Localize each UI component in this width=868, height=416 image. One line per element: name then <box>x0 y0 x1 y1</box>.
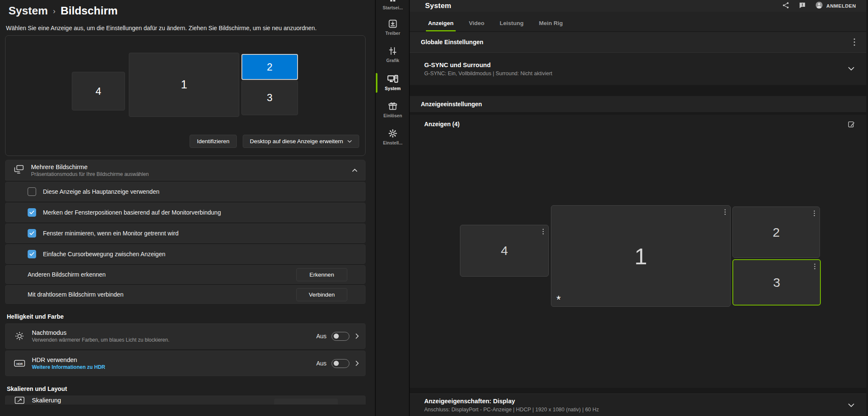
kebab-menu-icon[interactable] <box>724 209 726 217</box>
hdr-row[interactable]: HDR HDR verwenden Weitere Informationen … <box>5 351 366 376</box>
night-mode-title: Nachtmodus <box>32 329 316 336</box>
wireless-display-label: Mit drahtlosem Bildschirm verbinden <box>28 291 296 298</box>
scaling-icon <box>13 396 26 405</box>
chevron-up-icon[interactable] <box>352 168 357 172</box>
scale-section-header: Skalieren und Layout <box>7 385 375 392</box>
chevron-right-icon[interactable] <box>355 360 359 366</box>
sidebar-item-treiber[interactable]: Treiber <box>376 19 410 36</box>
checkbox-easy-cursor[interactable] <box>28 250 36 258</box>
tab-anzeigen[interactable]: Anzeigen <box>423 20 459 31</box>
kebab-menu-icon[interactable] <box>542 229 544 236</box>
wireless-display-row: Mit drahtlosem Bildschirm verbinden Verb… <box>5 285 366 304</box>
sidebar-item-system[interactable]: System <box>376 74 410 91</box>
nv-monitor-4[interactable]: 4 <box>460 225 549 277</box>
header-actions: ANMELDEN <box>782 1 856 11</box>
nvidia-main-panel: System ANMELDEN Anzeigen Video Leist <box>410 0 866 416</box>
extend-desktop-dropdown[interactable]: Desktop auf diese Anzeige erweitern <box>243 135 359 148</box>
monitor-3[interactable]: 3 <box>241 80 298 115</box>
tab-video[interactable]: Video <box>463 20 490 31</box>
display-properties-row[interactable]: Anzeigeeigenschaften: Display Anschluss:… <box>410 393 866 416</box>
scaling-dropdown[interactable] <box>274 399 338 405</box>
checkbox-row-main-display: Diese Anzeige als Hauptanzeige verwenden <box>5 182 366 201</box>
monitor-1[interactable]: 1 <box>129 53 239 117</box>
connect-button[interactable]: Verbinden <box>296 288 347 301</box>
displays-panel-header: Anzeigen (4) <box>410 115 866 133</box>
monitor-2-label: 2 <box>267 61 272 73</box>
multiple-displays-title: Mehrere Bildschirme <box>31 164 352 170</box>
nv-monitor-3-selected[interactable]: 3 <box>732 259 821 306</box>
connect-button-label: Verbinden <box>309 291 335 298</box>
sidebar-item-einloesen[interactable]: Einlösen <box>376 101 410 118</box>
spacer <box>410 85 866 96</box>
detect-button[interactable]: Erkennen <box>296 268 347 281</box>
nv-monitor-4-label: 4 <box>460 243 548 258</box>
hdr-title: HDR verwenden <box>32 357 316 363</box>
feedback-icon[interactable] <box>799 2 806 11</box>
monitor-4-label: 4 <box>96 85 101 97</box>
extend-desktop-label: Desktop auf diese Anzeige erweitern <box>250 138 343 144</box>
checkbox-row-minimize-windows: Fenster minimieren, wenn ein Monitor get… <box>5 224 366 243</box>
sidebar-item-grafik-label: Grafik <box>386 58 399 63</box>
chevron-down-icon <box>347 140 352 143</box>
scaling-text: Skalierung <box>32 397 274 404</box>
sidebar-item-einstellungen[interactable]: Einstell... <box>376 128 410 145</box>
night-mode-text: Nachtmodus Verwenden wärmerer Farben, um… <box>32 329 316 343</box>
edit-arrangement-icon[interactable] <box>848 120 855 128</box>
checkbox-easy-cursor-label: Einfache Cursorbewegung zwischen Anzeige… <box>43 251 165 258</box>
brightness-section-header: Helligkeit und Farbe <box>7 313 375 320</box>
identify-button[interactable]: Identifizieren <box>190 135 237 148</box>
sidebar-item-grafik[interactable]: Grafik <box>376 46 410 63</box>
breadcrumb: System › Bildschirm <box>5 3 375 19</box>
chevron-down-icon[interactable] <box>848 67 854 71</box>
breadcrumb-separator: › <box>53 6 56 16</box>
gsync-expander-row[interactable]: G-SYNC und Surround G-SYNC: Ein, Vollbil… <box>410 53 866 85</box>
night-mode-subtitle: Verwenden wärmerer Farben, um blaues Lic… <box>32 337 316 343</box>
multiple-displays-expander[interactable]: Mehrere Bildschirme Präsentationsmodus f… <box>5 160 366 181</box>
nv-monitor-1[interactable]: 1 * <box>551 205 731 307</box>
gift-icon <box>388 101 398 111</box>
login-label: ANMELDEN <box>826 3 856 8</box>
checkbox-main-display[interactable] <box>28 187 36 196</box>
hdr-state-label: Aus <box>316 360 326 367</box>
monitor-2-selected[interactable]: 2 <box>241 54 298 80</box>
graphics-sliders-icon <box>388 46 398 56</box>
nv-monitor-2[interactable]: 2 <box>732 207 820 258</box>
scaling-title: Skalierung <box>32 397 274 404</box>
login-button[interactable]: ANMELDEN <box>815 1 856 11</box>
breadcrumb-system[interactable]: System <box>9 4 48 17</box>
hdr-toggle[interactable] <box>332 359 349 368</box>
chevron-down-icon[interactable] <box>848 403 854 408</box>
kebab-menu-icon[interactable] <box>814 263 816 271</box>
hdr-icon: HDR <box>13 359 26 368</box>
sidebar-item-treiber-label: Treiber <box>385 31 400 36</box>
kebab-menu-icon[interactable] <box>854 38 855 46</box>
nvidia-header: System ANMELDEN <box>410 0 866 12</box>
monitor-4[interactable]: 4 <box>72 72 125 110</box>
tab-leistung[interactable]: Leistung <box>494 20 529 31</box>
global-settings-strip: Globale Einstellungen <box>410 32 866 53</box>
checkbox-remember-positions[interactable] <box>28 208 36 217</box>
display-description: Wählen Sie eine Anzeige aus, um die Eins… <box>6 25 375 31</box>
checkbox-minimize-windows[interactable] <box>28 229 36 238</box>
hdr-info-link[interactable]: Weitere Informationen zu HDR <box>32 364 316 370</box>
night-mode-row[interactable]: Nachtmodus Verwenden wärmerer Farben, um… <box>5 323 366 349</box>
tab-mein-rig[interactable]: Mein Rig <box>533 20 568 31</box>
nvidia-page-title: System <box>425 2 451 10</box>
system-monitor-icon <box>387 74 398 84</box>
chevron-right-icon[interactable] <box>355 333 359 339</box>
night-mode-sun-icon <box>13 331 26 341</box>
scaling-row[interactable]: Skalierung <box>5 396 366 405</box>
toggle-knob <box>334 361 339 366</box>
sidebar-item-home[interactable]: Startsei... <box>376 0 410 10</box>
gear-icon <box>388 128 398 139</box>
nv-monitor-3-label: 3 <box>733 275 820 290</box>
arrangement-buttons: Identifizieren Desktop auf diese Anzeige… <box>190 135 359 148</box>
driver-download-icon <box>388 19 398 29</box>
kebab-menu-icon[interactable] <box>814 210 815 218</box>
night-mode-toggle[interactable] <box>332 332 349 341</box>
display-properties-title: Anzeigeeigenschaften: Display <box>424 398 599 405</box>
gsync-title: G-SYNC und Surround <box>424 62 552 68</box>
share-icon[interactable] <box>782 2 789 11</box>
nv-monitor-2-label: 2 <box>733 225 820 240</box>
identify-button-label: Identifizieren <box>197 138 230 144</box>
